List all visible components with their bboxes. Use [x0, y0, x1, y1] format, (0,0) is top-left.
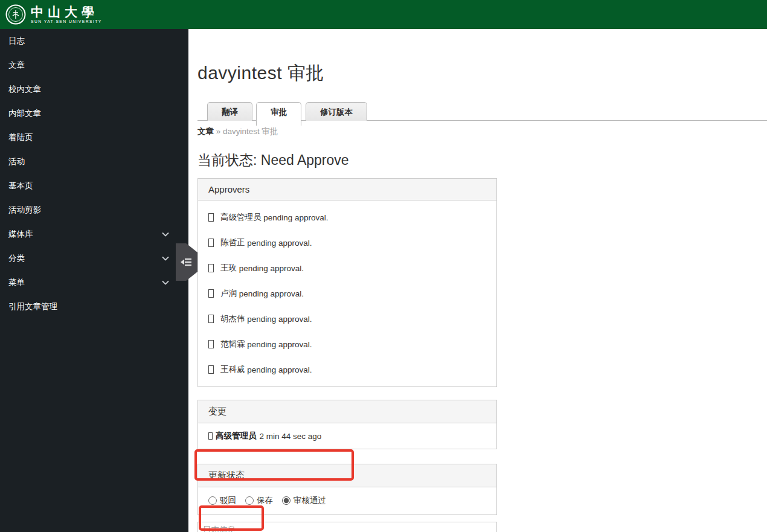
sidebar-item-event-clips[interactable]: 活动剪影: [0, 198, 188, 222]
approver-status: pending approval.: [247, 365, 312, 374]
radio-option-save[interactable]: 保存: [245, 495, 273, 506]
update-status-panel: 更新状态 驳回 保存 审核通过: [197, 464, 497, 515]
approver-row: 陈哲正 pending approval.: [208, 230, 486, 255]
approver-status: pending approval.: [247, 315, 312, 324]
radio-reject[interactable]: [208, 496, 217, 505]
radio-label: 审核通过: [294, 495, 326, 506]
sidebar-item-label: 内部文章: [8, 108, 41, 119]
app-window: 中山大學 SUN YAT-SEN UNIVERSITY 日志 文章 校内文章 内…: [0, 0, 767, 532]
approver-row: 范韬霖 pending approval.: [208, 332, 486, 357]
user-glyph-icon: [208, 365, 214, 374]
sidebar-item-label: 基本页: [8, 181, 33, 191]
approver-status: pending approval.: [247, 239, 312, 248]
top-header-bar: 中山大學 SUN YAT-SEN UNIVERSITY: [0, 0, 767, 29]
university-logo[interactable]: 中山大學 SUN YAT-SEN UNIVERSITY: [5, 4, 102, 25]
sidebar-item-articles[interactable]: 文章: [0, 53, 188, 77]
radio-option-reject[interactable]: 驳回: [208, 495, 236, 506]
changes-panel: 变更 高级管理员 2 min 44 sec ago: [197, 400, 497, 449]
sidebar-item-events[interactable]: 活动: [0, 150, 188, 174]
user-glyph-icon: [208, 213, 214, 222]
sidebar-item-label: 活动: [8, 156, 25, 167]
approver-name: 胡杰伟: [220, 313, 245, 324]
approvers-panel: Approvers 高级管理员 pending approval. 陈哲正 pe…: [197, 178, 497, 387]
log-message-input[interactable]: [197, 522, 497, 532]
user-glyph-icon: [208, 340, 214, 348]
approver-row: 胡杰伟 pending approval.: [208, 306, 486, 332]
approver-name: 卢润: [220, 288, 237, 299]
radio-approve[interactable]: [282, 496, 290, 505]
change-time: 2 min 44 sec ago: [260, 432, 322, 441]
university-name-en: SUN YAT-SEN UNIVERSITY: [31, 19, 102, 24]
change-entry: 高级管理员 2 min 44 sec ago: [198, 423, 496, 449]
chevron-down-icon: [161, 229, 170, 239]
sidebar-item-media-library[interactable]: 媒体库: [0, 222, 188, 246]
sidebar-item-label: 文章: [8, 60, 25, 71]
tab-approval[interactable]: 审批: [256, 102, 301, 126]
approver-row: 高级管理员 pending approval.: [208, 205, 486, 230]
approver-status: pending approval.: [239, 289, 304, 298]
sidebar-item-internal-articles[interactable]: 内部文章: [0, 101, 188, 126]
change-user-link[interactable]: 高级管理员: [216, 431, 257, 441]
sidebar-item-menus[interactable]: 菜单: [0, 271, 188, 295]
approver-row: 卢润 pending approval.: [208, 281, 486, 306]
chevron-down-icon: [161, 278, 170, 287]
changes-panel-title: 变更: [198, 400, 496, 423]
primary-tabs: 翻译 审批 修订版本: [197, 102, 767, 121]
approver-name: 范韬霖: [220, 339, 245, 350]
sidebar-item-label: 着陆页: [8, 132, 33, 143]
sidebar-item-label: 校内文章: [8, 84, 41, 95]
sidebar-item-basic-pages[interactable]: 基本页: [0, 174, 188, 198]
radio-label: 驳回: [220, 495, 236, 506]
approver-row: 王科威 pending approval.: [208, 357, 486, 382]
approver-status: pending approval.: [247, 340, 312, 349]
sidebar-item-label: 媒体库: [8, 229, 33, 240]
sidebar-item-label: 菜单: [8, 277, 25, 288]
page-title: davyintest 审批: [197, 61, 767, 86]
update-status-title: 更新状态: [198, 464, 496, 487]
approver-status: pending approval.: [239, 264, 304, 273]
main-content: davyintest 审批 翻译 审批 修订版本 文章 » davyintest…: [188, 29, 767, 532]
breadcrumb-link-articles[interactable]: 文章: [197, 127, 214, 136]
current-status-heading: 当前状态: Need Approve: [197, 151, 767, 170]
sidebar-item-label: 活动剪影: [8, 205, 41, 216]
approver-name: 高级管理员: [220, 212, 262, 223]
tab-translate[interactable]: 翻译: [207, 102, 252, 121]
university-name-cn: 中山大學: [31, 5, 102, 19]
approvers-panel-title: Approvers: [198, 179, 496, 200]
approver-name: 陈哲正: [220, 237, 245, 248]
sidebar-item-landing-pages[interactable]: 着陆页: [0, 126, 188, 150]
sidebar-item-referenced-article-mgmt[interactable]: 引用文章管理: [0, 295, 188, 319]
user-glyph-icon: [208, 315, 214, 323]
user-glyph-icon: [208, 264, 214, 272]
sidebar-item-label: 引用文章管理: [8, 301, 57, 312]
approver-status: pending approval.: [263, 213, 328, 222]
user-glyph-icon: [208, 239, 214, 247]
breadcrumb: 文章 » davyintest 审批: [197, 126, 767, 137]
collapse-tray-icon: [181, 257, 193, 268]
approver-name: 王玫: [220, 263, 237, 274]
user-glyph-icon: [208, 289, 214, 298]
sidebar-item-label: 分类: [8, 253, 25, 264]
breadcrumb-separator: »: [216, 127, 221, 136]
breadcrumb-current: davyintest 审批: [223, 127, 278, 136]
sidebar-item-label: 日志: [8, 36, 25, 46]
approver-row: 王玫 pending approval.: [208, 255, 486, 281]
sidebar-menu: 日志 文章 校内文章 内部文章 着陆页 活动 基本页 活动剪影 媒体库 分类 菜…: [0, 29, 188, 319]
user-glyph-icon: [208, 432, 213, 440]
sidebar-item-campus-articles[interactable]: 校内文章: [0, 77, 188, 101]
approver-name: 王科威: [220, 364, 245, 375]
sidebar-item-logs[interactable]: 日志: [0, 29, 188, 53]
chevron-down-icon: [161, 254, 170, 263]
sidebar-nav: 日志 文章 校内文章 内部文章 着陆页 活动 基本页 活动剪影 媒体库 分类 菜…: [0, 29, 188, 532]
radio-option-approve[interactable]: 审核通过: [282, 495, 326, 506]
radio-label: 保存: [257, 495, 273, 506]
university-emblem-icon: [5, 4, 26, 25]
approvers-list: 高级管理员 pending approval. 陈哲正 pending appr…: [198, 200, 496, 386]
tab-revisions[interactable]: 修订版本: [306, 102, 367, 121]
status-radio-group: 驳回 保存 审核通过: [198, 487, 496, 514]
logo-text: 中山大學 SUN YAT-SEN UNIVERSITY: [31, 5, 102, 24]
sidebar-item-taxonomy[interactable]: 分类: [0, 246, 188, 271]
radio-save[interactable]: [245, 496, 254, 505]
